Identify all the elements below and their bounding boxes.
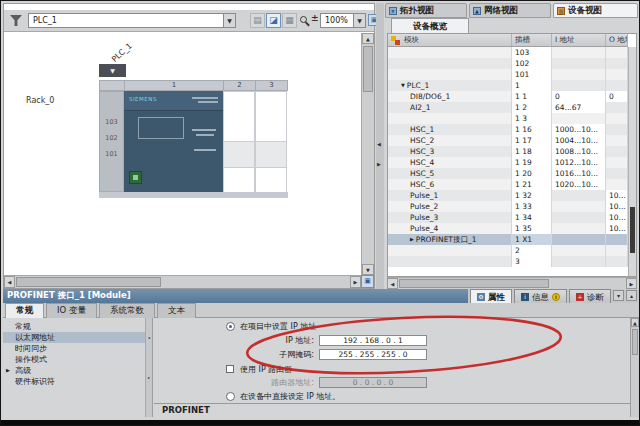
i-address-cell[interactable]: 0 <box>552 91 606 102</box>
content-vscrollbar[interactable]: ▲ <box>630 318 639 417</box>
table-row[interactable]: Pulse_21 3310... <box>388 201 628 212</box>
q-address-cell[interactable] <box>606 179 628 190</box>
slot-cell[interactable]: 1 34 <box>512 212 552 223</box>
table-row[interactable]: HSC_21 171004...10... <box>388 135 628 146</box>
device-select-combo[interactable]: PLC_1 ▼ <box>28 13 236 28</box>
slot-cell[interactable]: 2 <box>512 245 552 256</box>
plc-module[interactable]: SIEMENS <box>124 91 224 192</box>
table-row[interactable]: Pulse_11 3210... <box>388 190 628 201</box>
ip-address-field[interactable]: 192 . 168 . 0 . 1 <box>319 335 427 346</box>
nav-item-operating-mode[interactable]: 操作模式 <box>3 354 146 365</box>
rack-slot-cell[interactable] <box>223 141 255 168</box>
q-address-cell[interactable] <box>606 135 628 146</box>
table-row[interactable]: ▼PLC_11 <box>388 80 628 91</box>
collapse-pane-icon[interactable]: ▾ <box>613 290 624 301</box>
q-address-cell[interactable] <box>606 58 628 69</box>
table-row[interactable]: HSC_11 161000...10... <box>388 124 628 135</box>
hscroll-thumb[interactable] <box>399 279 549 288</box>
rack-slot-cell[interactable] <box>255 167 287 193</box>
plc-diagonal-tag[interactable]: PLC_1 <box>110 41 134 64</box>
rack-slot-cell[interactable] <box>255 91 287 142</box>
i-address-cell[interactable] <box>552 256 606 267</box>
rack-collapse-button[interactable]: ▼ <box>99 64 126 77</box>
slot-cell[interactable]: 1 X1 <box>512 234 552 245</box>
hscroll-thumb[interactable] <box>16 277 161 287</box>
q-address-cell[interactable] <box>606 124 628 135</box>
tab-device-view[interactable]: ▥ 设备视图 <box>553 3 638 18</box>
i-address-cell[interactable] <box>552 113 606 124</box>
tab-device-overview[interactable]: 设备概览 <box>391 18 469 33</box>
grid-view-button[interactable]: ▦ <box>282 13 297 28</box>
slot-cell[interactable]: 1 3 <box>512 113 552 124</box>
slot-cell[interactable]: 1 19 <box>512 157 552 168</box>
table-row[interactable]: 3 <box>388 256 628 267</box>
i-address-cell[interactable] <box>552 190 606 201</box>
slot-cell[interactable]: 1 1 <box>512 91 552 102</box>
expand-icon[interactable]: ▶ <box>410 236 414 242</box>
zoom-level-combo[interactable]: 100% ▼ <box>320 13 366 28</box>
slot-cell[interactable]: 1 2 <box>512 102 552 113</box>
vscroll-thumb[interactable] <box>363 46 373 92</box>
q-address-cell[interactable] <box>606 256 628 267</box>
scroll-right-icon[interactable]: ▶ <box>350 276 361 288</box>
i-address-cell[interactable] <box>552 58 606 69</box>
vscroll-thumb[interactable] <box>632 329 638 355</box>
collapse-left-icon[interactable]: ◀ <box>377 141 381 147</box>
i-address-cell[interactable]: 1012...10... <box>552 157 606 168</box>
profinet-port-icon[interactable] <box>129 171 142 184</box>
slot-cell[interactable]: 1 21 <box>512 179 552 190</box>
table-row[interactable]: Pulse_41 3510... <box>388 223 628 234</box>
tab-network-view[interactable]: ▲ 网络视图 <box>469 3 551 18</box>
scroll-up-icon[interactable]: ▲ <box>631 318 639 327</box>
chevron-down-icon[interactable]: ▼ <box>223 14 235 27</box>
nav-scrollbar[interactable]: ◂▸ <box>145 318 152 417</box>
tab-texts[interactable]: 文本 <box>157 303 196 318</box>
scroll-down-icon[interactable]: ▼ <box>362 264 374 275</box>
i-address-cell[interactable] <box>552 201 606 212</box>
q-address-cell[interactable]: 0 <box>606 91 628 102</box>
rack-slot-cell[interactable] <box>223 167 255 193</box>
i-address-cell[interactable]: 1008...10... <box>552 146 606 157</box>
nav-item-hardware-identifier[interactable]: 硬件标识符 <box>3 376 146 387</box>
i-address-cell[interactable]: 1004...10... <box>552 135 606 146</box>
tab-diagnostics[interactable]: + 诊断 <box>569 289 611 303</box>
q-address-cell[interactable] <box>606 168 628 179</box>
column-header-module[interactable]: 模块 <box>388 34 512 46</box>
slot-cell[interactable]: 1 32 <box>512 190 552 201</box>
zoom-plus-minus-icon[interactable]: ± <box>311 13 319 23</box>
q-address-cell[interactable] <box>606 146 628 157</box>
nav-item-ethernet-addresses[interactable]: 以太网地址 <box>3 332 146 343</box>
collapse-right-icon[interactable]: ▶ <box>377 161 381 167</box>
i-address-cell[interactable] <box>552 80 606 91</box>
slot-cell[interactable]: 3 <box>512 256 552 267</box>
table-row[interactable]: HSC_61 211020...10... <box>388 179 628 190</box>
rack-slot-cell[interactable] <box>255 141 287 168</box>
tab-properties[interactable]: ⚙ 属性 <box>470 289 512 303</box>
device-view-vscrollbar[interactable]: ▲ ▼ <box>361 33 374 275</box>
slot-cell[interactable]: 1 16 <box>512 124 552 135</box>
column-header-i-address[interactable]: I 地址 <box>552 34 606 46</box>
nav-item-general[interactable]: 常规 <box>3 321 146 332</box>
scroll-left-icon[interactable]: ◀ <box>4 276 15 288</box>
tab-system-constants[interactable]: 系统常数 <box>99 303 155 318</box>
slot-cell[interactable]: 1 <box>512 80 552 91</box>
collapse-icon[interactable]: ▼ <box>401 82 405 88</box>
zoom-icon[interactable] <box>300 16 307 23</box>
device-view-hscrollbar[interactable]: ◀ ▶ <box>4 275 361 288</box>
slot-cell[interactable]: 1 35 <box>512 223 552 234</box>
nav-item-time-sync[interactable]: 时间同步 <box>3 343 146 354</box>
tab-topology-view[interactable]: ⌗ 拓扑视图 <box>385 3 467 18</box>
module-labels-button[interactable]: ◪ <box>266 13 281 28</box>
slot-cell[interactable]: 1 18 <box>512 146 552 157</box>
i-address-cell[interactable] <box>552 47 606 58</box>
rack-canvas[interactable]: PLC_1 ▼ Rack_0 1 2 3 103 102 101 SIEMENS <box>4 33 361 275</box>
table-row[interactable]: HSC_41 191012...10... <box>388 157 628 168</box>
column-header-slot[interactable]: 插槽 <box>512 34 552 46</box>
slot-cell[interactable]: 1 20 <box>512 168 552 179</box>
tab-io-tags[interactable]: IO 变量 <box>46 303 97 318</box>
i-address-cell[interactable] <box>552 212 606 223</box>
radio-set-ip-in-project[interactable] <box>226 322 235 331</box>
slot-cell[interactable]: 1 17 <box>512 135 552 146</box>
table-row[interactable]: 103 <box>388 47 628 58</box>
slot-cell[interactable]: 102 <box>512 58 552 69</box>
